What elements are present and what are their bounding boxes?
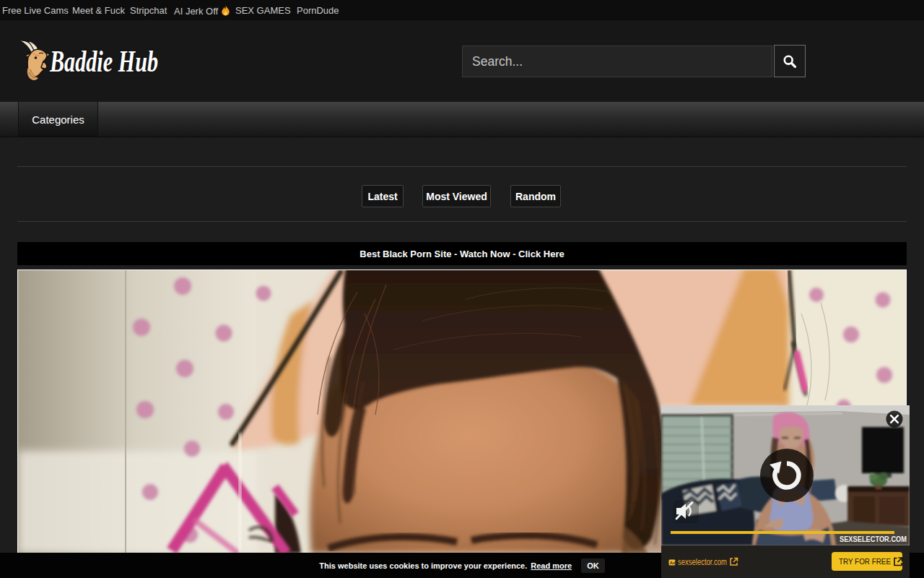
svg-text:Ad: Ad — [670, 561, 676, 565]
svg-text:Baddie Hub: Baddie Hub — [49, 45, 158, 78]
svg-text:sexselector.com: sexselector.com — [678, 557, 727, 567]
svg-text:TRY FOR FREE: TRY FOR FREE — [839, 557, 891, 566]
